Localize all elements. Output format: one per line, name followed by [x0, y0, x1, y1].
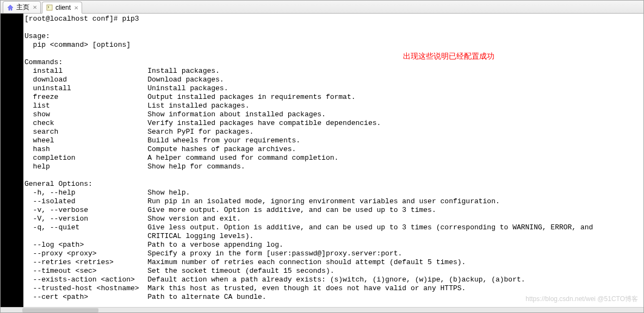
- tab-bar: 主页 ✕ client ✕: [1, 1, 643, 14]
- svg-rect-0: [47, 5, 52, 10]
- annotation-text: 出现这些说明已经配置成功: [403, 52, 494, 61]
- scrollbar-thumb[interactable]: [22, 308, 98, 312]
- left-gutter: [1, 14, 23, 307]
- editor-window: 主页 ✕ client ✕ [root@localhost conf]# pip…: [0, 0, 644, 313]
- tab-client[interactable]: client ✕: [42, 2, 82, 14]
- tab-label: client: [55, 4, 71, 11]
- horizontal-scrollbar[interactable]: [1, 307, 643, 312]
- home-icon: [7, 4, 14, 11]
- close-icon[interactable]: ✕: [74, 5, 78, 11]
- shell-icon: [46, 4, 53, 11]
- terminal-output[interactable]: [root@localhost conf]# pip3 Usage: pip <…: [23, 14, 643, 307]
- tab-home[interactable]: 主页 ✕: [3, 1, 41, 13]
- content-area: [root@localhost conf]# pip3 Usage: pip <…: [1, 14, 643, 307]
- close-icon[interactable]: ✕: [33, 4, 37, 10]
- tab-label: 主页: [16, 3, 29, 12]
